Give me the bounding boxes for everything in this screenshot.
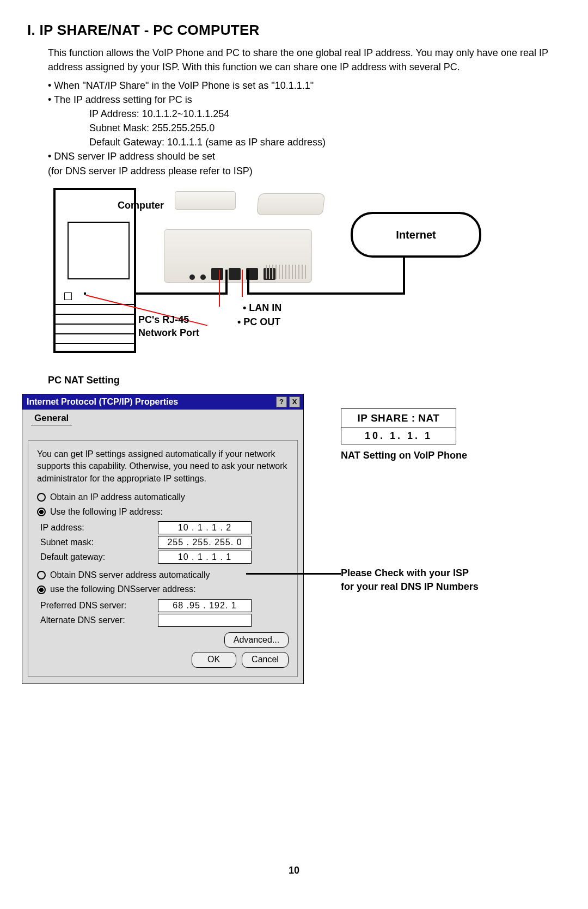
dns-note: Please Check with your ISP for your real… bbox=[341, 566, 479, 594]
default-gateway-label: Default gateway: bbox=[40, 551, 158, 563]
radio-icon bbox=[37, 493, 46, 502]
pc-nat-heading: PC NAT Setting bbox=[48, 375, 120, 386]
bullet-2a: IP Address: 10.1.1.2~10.1.1.254 bbox=[48, 107, 326, 121]
pc-rj45-label-2: Network Port bbox=[138, 327, 199, 339]
radio-manual-ip-label: Use the following IP address: bbox=[50, 506, 163, 518]
pc-rj45-label-1: PC's RJ-45 bbox=[138, 314, 189, 326]
close-icon[interactable]: X bbox=[289, 396, 300, 407]
nat-phone-display: IP SHARE : NAT 10. 1. 1. 1 bbox=[341, 408, 456, 444]
dns-note-line1: Please Check with your ISP bbox=[341, 566, 479, 580]
voip-phone-icon bbox=[164, 199, 311, 283]
computer-label: Computer bbox=[118, 200, 164, 211]
alternate-dns-input[interactable] bbox=[158, 614, 252, 627]
alternate-dns-label: Alternate DNS server: bbox=[40, 614, 158, 626]
radio-icon bbox=[37, 585, 46, 594]
ok-button[interactable]: OK bbox=[192, 652, 236, 667]
tab-general[interactable]: General bbox=[31, 412, 72, 425]
preferred-dns-input[interactable]: 68 .95 . 192. 1 bbox=[158, 599, 252, 612]
radio-manual-dns-label: use the following DNSserver address: bbox=[50, 583, 196, 595]
radio-icon bbox=[37, 571, 46, 579]
computer-icon bbox=[53, 188, 136, 353]
intro-paragraph: This function allows the VoIP Phone and … bbox=[48, 46, 555, 74]
subnet-mask-label: Subnet mask: bbox=[40, 536, 158, 548]
subnet-mask-input[interactable]: 255 . 255. 255. 0 bbox=[158, 536, 252, 549]
bullet-2c: Default Gateway: 10.1.1.1 (same as IP sh… bbox=[48, 135, 326, 149]
setup-bullets: • When "NAT/IP Share" in the VoIP Phone … bbox=[48, 78, 326, 178]
nat-caption: NAT Setting on VoIP Phone bbox=[341, 450, 467, 461]
radio-manual-dns[interactable]: use the following DNSserver address: bbox=[37, 583, 289, 595]
ip-address-label: IP address: bbox=[40, 522, 158, 534]
bullet-4: (for DNS server IP address please refer … bbox=[48, 164, 326, 178]
radio-auto-ip-label: Obtain an IP address automatically bbox=[50, 491, 185, 503]
radio-icon bbox=[37, 508, 46, 516]
bullet-3: • DNS server IP address should be set bbox=[48, 149, 326, 163]
page-heading: I. IP SHARE/NAT - PC COMPUTER bbox=[27, 22, 260, 39]
preferred-dns-label: Preferred DNS server: bbox=[40, 600, 158, 612]
page-number: 10 bbox=[0, 865, 588, 876]
dialog-title: Internet Protocol (TCP/IP) Properties bbox=[22, 394, 303, 410]
dns-note-line2: for your real DNS IP Numbers bbox=[341, 580, 479, 594]
network-diagram: Computer Internet bbox=[53, 188, 538, 362]
ip-address-input[interactable]: 10 . 1 . 1 . 2 bbox=[158, 521, 252, 534]
help-icon[interactable]: ? bbox=[276, 396, 287, 407]
bullet-2: • The IP address setting for PC is bbox=[48, 93, 326, 107]
default-gateway-input[interactable]: 10 . 1 . 1 . 1 bbox=[158, 551, 252, 564]
nat-title: IP SHARE : NAT bbox=[341, 409, 456, 428]
bullet-1: • When "NAT/IP Share" in the VoIP Phone … bbox=[48, 78, 326, 93]
internet-node: Internet bbox=[351, 212, 481, 258]
cancel-button[interactable]: Cancel bbox=[242, 652, 289, 667]
dialog-description: You can get IP settings assigned automat… bbox=[37, 448, 289, 485]
dns-callout-line bbox=[246, 573, 341, 575]
radio-auto-ip[interactable]: Obtain an IP address automatically bbox=[37, 491, 289, 503]
nat-value: 10. 1. 1. 1 bbox=[341, 428, 456, 444]
lan-in-label: • LAN IN bbox=[243, 302, 281, 314]
bullet-2b: Subnet Mask: 255.255.255.0 bbox=[48, 121, 326, 135]
advanced-button[interactable]: Advanced... bbox=[224, 632, 289, 648]
tcpip-properties-dialog: Internet Protocol (TCP/IP) Properties ? … bbox=[22, 394, 304, 684]
radio-auto-dns-label: Obtain DNS server address automatically bbox=[50, 569, 210, 581]
radio-auto-dns[interactable]: Obtain DNS server address automatically bbox=[37, 569, 289, 581]
radio-manual-ip[interactable]: Use the following IP address: bbox=[37, 506, 289, 518]
pc-out-label: • PC OUT bbox=[237, 316, 280, 328]
